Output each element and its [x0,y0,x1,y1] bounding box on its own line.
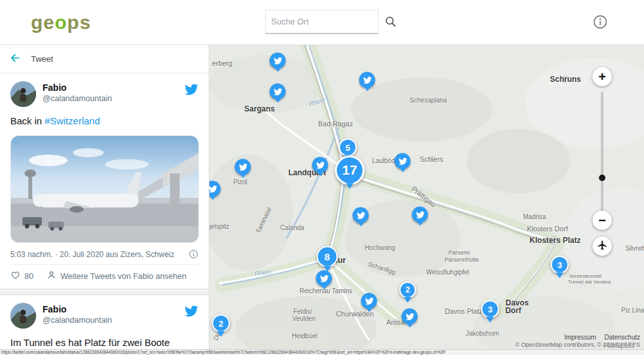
map-place-label: erberg [212,59,232,67]
tweet-photo[interactable] [10,135,199,243]
content-area: Tweet Fabio @calandamountain Back i [0,45,644,355]
cluster-count: 2 [406,285,410,294]
map-place-label: Schanfigg [367,260,397,276]
cluster-count: 8 [325,251,330,262]
zoom-out-button[interactable]: − [592,211,612,230]
tweet-meta: 5:03 nachm. · 20. Juli 2020 aus Zizers, … [10,249,198,259]
map-place-label: Tunnel dal Veraina [568,279,611,285]
tweet-pin-marker[interactable] [209,181,221,197]
twitter-icon [365,296,374,305]
tweet-pin-marker[interactable] [316,271,332,287]
zoom-in-icon: + [598,70,606,84]
map-place-label: Sargans [244,104,274,113]
tweet-handle[interactable]: @calandamountain [43,315,184,325]
browser-status-url: https://twitter.com/calandamountain/stat… [0,349,644,355]
map-place-label: Veulden [292,315,316,322]
tweet-text: Back in #Switzerland [10,115,198,128]
cluster-count: 5 [345,142,350,152]
map-place-label: Klosters Dorf [527,225,568,233]
twitter-icon [356,211,365,220]
map-place-label: Vereinatunnel/ [569,273,601,279]
tweet-pin-marker[interactable] [312,157,328,173]
map-place-label: Klosters Platz [529,236,580,245]
logo-text-ge: ge [31,12,55,33]
tweet-cluster-marker[interactable]: 3 [551,256,569,274]
tweet-pin-marker[interactable] [359,72,375,88]
tweet-info-icon[interactable] [189,249,198,259]
impressum-link[interactable]: Impressum [564,334,596,341]
tweet-pin-marker[interactable] [395,153,411,169]
tweet-card[interactable]: Fabio @calandamountain Im Tunnel es hat … [0,295,209,355]
logo-text-ps: ps [67,12,91,33]
map-place-label: Schiers [420,155,444,163]
tweet-handle[interactable]: @calandamountain [43,93,184,104]
header-info-button[interactable] [591,14,609,32]
twitter-icon [273,87,282,96]
map-place-label: Taminatal [254,206,272,234]
person-icon [46,270,57,282]
search-box [265,10,379,34]
twitter-icon [398,157,407,166]
tweet-pin-marker[interactable] [402,309,418,325]
tweet-author[interactable]: Fabio [43,82,184,93]
attribution-copyright: © OpenStreetMap contributors, © SBB/CFF/… [515,341,640,348]
tweet-author[interactable]: Fabio [43,304,184,315]
map-place-label: Dorf [506,306,522,315]
tweet-cluster-marker[interactable]: 17 [335,155,365,185]
tweet-pin-marker[interactable] [235,159,251,175]
cluster-count: 17 [342,162,357,178]
tweet-pin-marker[interactable] [353,207,369,224]
hashtag-link[interactable]: #Switzerland [44,115,100,126]
tweet-timestamp[interactable]: 5:03 nachm. · 20. Juli 2020 aus Zizers, … [10,250,175,259]
tweet-cluster-marker[interactable]: 5 [339,139,357,157]
more-tweets-label: Weitere Tweets von Fabio ansehen [61,272,187,281]
tweet-cluster-marker[interactable]: 2 [212,314,230,332]
map[interactable]: erbergSchrunsSargansRheinBad RagazSchesa… [209,45,644,355]
map-place-label: Hochwang [365,244,395,251]
like-button[interactable]: 80 [10,270,33,282]
tweet-cluster-marker[interactable]: 3 [481,300,499,318]
tweet-cluster-marker[interactable]: 2 [399,282,416,298]
card-separator [0,289,209,295]
tweet-pin-marker[interactable] [270,53,286,69]
twitter-icon [316,160,325,169]
twitter-icon [209,184,217,193]
tweet-text: Im Tunnel es hat Platz für zwei Boote [10,336,198,349]
zoom-out-icon: − [598,213,606,228]
app-window: geops Tweet [0,0,644,355]
geops-logo[interactable]: geops [31,12,91,34]
twitter-icon[interactable] [184,82,198,97]
back-button[interactable] [9,52,22,66]
datenschutz-link[interactable]: Datenschutz [604,334,640,341]
twitter-icon [363,75,372,84]
map-overlay-layer: erbergSchrunsSargansRheinBad RagazSchesa… [209,45,644,355]
tweet-pin-marker[interactable] [270,84,286,100]
map-place-label: Schruns [550,75,581,84]
zoom-in-button[interactable]: + [592,67,612,86]
map-place-label: Pizol [233,178,247,186]
search-input[interactable] [271,17,384,26]
map-place-label: Madrisa [523,213,546,220]
search-icon[interactable] [384,15,397,28]
cluster-count: 3 [488,304,492,314]
zoom-slider-handle[interactable] [599,175,605,181]
avatar [10,303,36,329]
tweet-author-block: Fabio @calandamountain [43,81,184,104]
tweet-pin-marker[interactable] [361,293,377,309]
tweet-card[interactable]: Fabio @calandamountain Back in #Switzerl… [0,73,209,289]
map-place-label: gelspitz [209,223,229,230]
map-attribution: Impressum Datenschutz © OpenStreetMap co… [515,334,640,348]
more-tweets-link[interactable]: Weitere Tweets von Fabio ansehen [46,270,187,282]
map-place-label: Jakobshorn [466,330,499,337]
tweet-pin-marker[interactable] [412,207,428,223]
fly-mode-button[interactable] [592,236,612,256]
tweet-cluster-marker[interactable]: 8 [317,246,338,267]
map-place-label: Feldis/ [293,308,312,315]
map-place-label: Bad Ragaz [318,120,353,128]
twitter-icon[interactable] [184,304,198,318]
heart-icon [10,270,21,282]
map-place-label: Prättigau [410,185,437,209]
twitter-icon [415,210,424,219]
twitter-icon [273,56,282,65]
zoom-slider[interactable] [601,91,603,211]
